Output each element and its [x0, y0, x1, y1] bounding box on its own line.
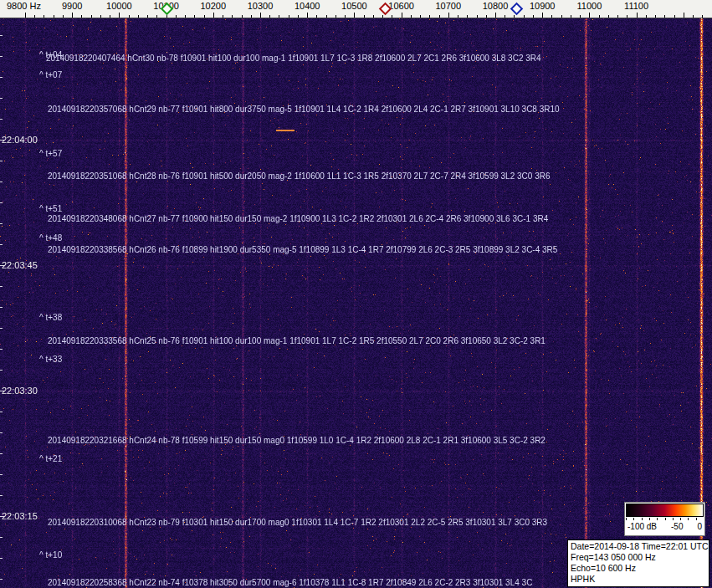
freq-tick [617, 15, 618, 18]
db-label-max: 0 [697, 522, 702, 531]
freq-label: 9800 Hz [7, 1, 41, 11]
db-gradient-ticks [626, 518, 704, 520]
freq-tick [702, 15, 703, 18]
freq-tick [589, 13, 590, 18]
freq-tick [420, 15, 421, 18]
freq-tick [354, 13, 355, 18]
freq-tick [458, 15, 458, 18]
freq-tick [684, 13, 684, 18]
freq-tick [439, 15, 440, 18]
spectrogram-app: 9800 Hz990010000101001020010300104001050… [0, 0, 712, 588]
freq-tick [373, 15, 374, 18]
freq-tick [411, 15, 412, 18]
db-scale-legend: -100 dB -50 0 [624, 502, 705, 536]
freq-label: 10700 [436, 1, 462, 11]
db-gradient-bar [626, 504, 704, 517]
freq-label: 10600 [388, 1, 414, 11]
info-line-echo: Echo=10 600 Hz [571, 563, 706, 574]
freq-tick [156, 15, 157, 18]
status-info-box: Date=2014-09-18 Time=22:01 UTC Freq=143 … [567, 539, 709, 587]
spectrogram-waterfall [0, 18, 712, 588]
freq-tick [289, 15, 289, 18]
freq-tick [307, 13, 308, 18]
freq-tick [100, 15, 101, 18]
freq-tick [25, 13, 26, 18]
freq-tick [477, 15, 478, 18]
freq-label: 10200 [201, 1, 227, 11]
freq-tick [524, 15, 525, 18]
info-line-station: HPHK [571, 574, 706, 585]
freq-tick [486, 15, 487, 18]
freq-tick [467, 15, 468, 18]
freq-tick [260, 13, 261, 18]
marker-blue-icon[interactable] [510, 3, 524, 16]
freq-tick [251, 15, 252, 18]
freq-tick [542, 13, 543, 18]
freq-label: 9900 [62, 1, 82, 11]
freq-tick [176, 15, 177, 18]
freq-tick [364, 15, 365, 18]
freq-tick [646, 15, 647, 18]
freq-tick [561, 15, 562, 18]
freq-tick [129, 15, 130, 18]
freq-tick [627, 15, 627, 18]
freq-tick [664, 15, 665, 18]
freq-label: 11100 [624, 1, 648, 11]
freq-tick [63, 15, 64, 18]
freq-tick [119, 13, 120, 18]
freq-tick [147, 15, 148, 18]
freq-tick [448, 13, 449, 18]
info-line-date: Date=2014-09-18 Time=22:01 UTC [571, 541, 706, 552]
freq-tick [232, 15, 233, 18]
db-scale-labels: -100 dB -50 0 [626, 522, 704, 531]
freq-tick [54, 15, 54, 18]
freq-tick [599, 15, 600, 18]
freq-tick [269, 15, 270, 18]
freq-tick [336, 15, 336, 18]
freq-tick [429, 15, 430, 18]
freq-tick [655, 15, 656, 18]
freq-label: 10400 [295, 1, 320, 11]
freq-tick [382, 15, 383, 18]
freq-label: 10800 [483, 1, 509, 11]
freq-tick [580, 15, 581, 18]
freq-tick [402, 13, 402, 18]
freq-tick [316, 15, 317, 18]
freq-tick [551, 15, 552, 18]
freq-label: 11000 [577, 1, 602, 11]
freq-tick [44, 15, 44, 18]
freq-tick [693, 15, 694, 18]
freq-tick [345, 15, 346, 18]
freq-tick [204, 15, 205, 18]
info-line-freq: Freq=143 050 000 Hz [571, 552, 706, 563]
freq-tick [392, 15, 392, 18]
freq-label: 10500 [341, 1, 367, 11]
freq-tick [505, 15, 505, 18]
freq-tick [326, 15, 327, 18]
db-label-min: -100 dB [627, 522, 657, 531]
freq-tick [213, 13, 214, 18]
freq-tick [533, 15, 534, 18]
frequency-scale-bar: 9800 Hz990010000101001020010300104001050… [0, 0, 712, 18]
db-label-mid: -50 [671, 522, 683, 531]
freq-label: 10900 [530, 1, 556, 11]
freq-tick [72, 13, 73, 18]
freq-tick [242, 15, 243, 18]
freq-label: 10300 [248, 1, 274, 11]
freq-tick [298, 15, 299, 18]
freq-tick [223, 15, 223, 18]
freq-tick [138, 15, 139, 18]
freq-tick [608, 15, 609, 18]
freq-tick [674, 15, 675, 18]
freq-tick [495, 13, 496, 18]
freq-tick [637, 13, 638, 18]
freq-tick [91, 15, 92, 18]
freq-tick [34, 15, 35, 18]
freq-label: 10000 [106, 1, 132, 11]
freq-tick [185, 15, 186, 18]
freq-tick [571, 15, 571, 18]
freq-tick [279, 15, 279, 18]
freq-tick [514, 15, 515, 18]
freq-tick [81, 15, 82, 18]
freq-tick [110, 15, 110, 18]
